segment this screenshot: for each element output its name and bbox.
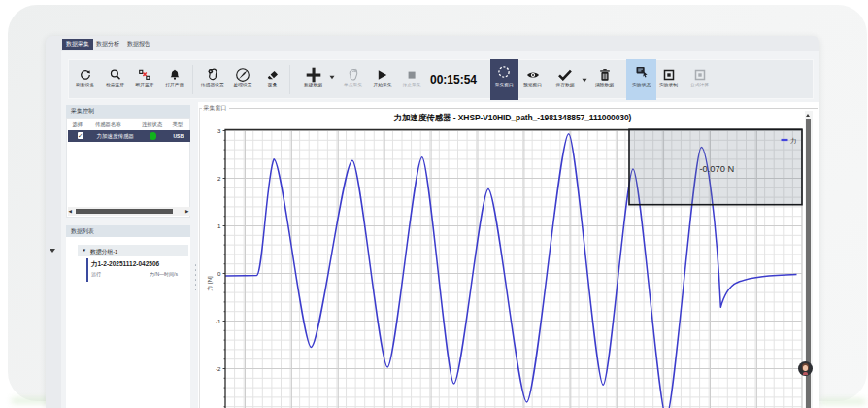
svg-text:-0.070 N: -0.070 N	[699, 164, 734, 174]
svg-text:2: 2	[217, 175, 221, 182]
svg-text:-2: -2	[215, 365, 220, 372]
svg-text:1: 1	[217, 222, 221, 229]
svg-text:3: 3	[217, 127, 221, 134]
svg-text:力: 力	[790, 137, 797, 144]
svg-text:0: 0	[217, 270, 221, 277]
svg-text:-1: -1	[215, 318, 220, 324]
svg-text:力 [N]: 力 [N]	[206, 276, 212, 291]
